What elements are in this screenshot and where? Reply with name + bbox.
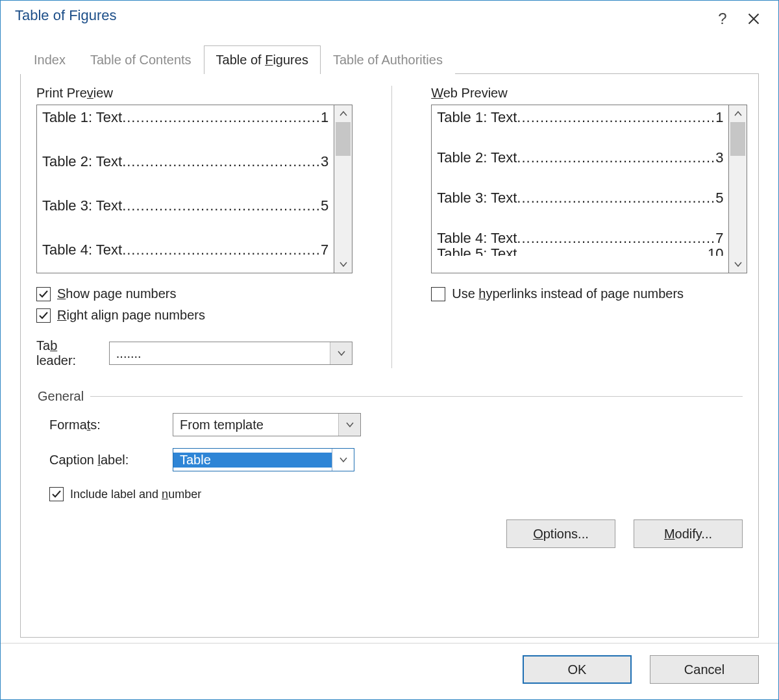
preview-line: Table 3: Text ..........................… <box>42 197 328 214</box>
general-legend: General <box>36 389 90 404</box>
checkbox-icon <box>36 287 51 301</box>
print-preview-col: Print Preview Table 1: Text ............… <box>36 86 352 368</box>
preview-line: Table 3: Text ..........................… <box>437 190 723 206</box>
print-preview-scrollbar[interactable] <box>334 105 352 273</box>
show-page-numbers-checkbox[interactable]: Show page numbers <box>36 286 352 301</box>
web-options: Use hyperlinks instead of page numbers <box>431 286 747 301</box>
formats-label: Formats: <box>49 418 160 432</box>
tab-table-of-figures[interactable]: Table of Figures <box>204 45 321 74</box>
ok-button[interactable]: OK <box>523 655 632 684</box>
chevron-down-icon <box>332 449 354 471</box>
web-preview-col: Web Preview Table 1: Text ..............… <box>431 86 747 368</box>
checkbox-icon <box>36 308 51 323</box>
use-hyperlinks-checkbox[interactable]: Use hyperlinks instead of page numbers <box>431 286 747 301</box>
preview-line: Table 2: Text ..........................… <box>42 153 328 170</box>
preview-line-peek: Table 5: Text ..........................… <box>437 247 723 256</box>
web-preview-label: Web Preview <box>431 86 747 101</box>
checkbox-icon <box>49 487 64 501</box>
caption-label-select[interactable]: Table <box>173 448 354 471</box>
titlebar: Table of Figures ? <box>1 1 778 45</box>
dialog-content: Index Table of Contents Table of Figures… <box>1 45 778 643</box>
scroll-down-icon[interactable] <box>729 256 747 273</box>
print-preview-label: Print Preview <box>36 86 352 101</box>
help-icon[interactable]: ? <box>707 7 738 31</box>
modify-button[interactable]: Modify... <box>634 519 743 548</box>
dialog-window: Table of Figures ? Index Table of Conten… <box>0 0 779 700</box>
preview-line: Table 2: Text ..........................… <box>437 149 723 166</box>
web-preview-box-wrap: Table 1: Text ..........................… <box>431 105 747 273</box>
tab-table-of-authorities[interactable]: Table of Authorities <box>321 45 455 74</box>
dialog-buttons: OK Cancel <box>1 643 778 699</box>
web-preview-scrollbar[interactable] <box>729 105 747 273</box>
formats-row: Formats: From template <box>49 413 743 436</box>
formats-select[interactable]: From template <box>173 413 361 436</box>
print-preview-box-wrap: Table 1: Text ..........................… <box>36 105 352 273</box>
preview-line: Table 1: Text ..........................… <box>42 109 328 126</box>
tab-table-of-contents[interactable]: Table of Contents <box>78 45 204 74</box>
right-align-page-numbers-checkbox[interactable]: Right align page numbers <box>36 308 352 323</box>
caption-label-label: Caption label: <box>49 453 160 468</box>
close-icon[interactable] <box>738 7 769 31</box>
preview-line: Table 1: Text ..........................… <box>437 109 723 126</box>
vertical-divider <box>391 86 392 368</box>
chevron-down-icon <box>330 342 352 364</box>
preview-line: Table 4: Text ..........................… <box>42 242 328 258</box>
general-group: General Formats: From template <box>36 389 743 501</box>
scroll-up-icon[interactable] <box>729 105 747 122</box>
print-preview-box[interactable]: Table 1: Text ..........................… <box>36 105 334 273</box>
caption-label-row: Caption label: Table <box>49 448 743 471</box>
chevron-down-icon <box>338 414 360 436</box>
scroll-down-icon[interactable] <box>334 256 352 273</box>
checkbox-icon <box>431 287 445 301</box>
tab-leader-label: Tab leader: <box>36 338 100 368</box>
options-button[interactable]: Options... <box>506 519 615 548</box>
print-options: Show page numbers Right align page numbe… <box>36 286 352 368</box>
tab-leader-row: Tab leader: ....... <box>36 338 352 368</box>
panel-buttons: Options... Modify... <box>36 519 743 548</box>
include-label-and-number-checkbox[interactable]: Include label and number <box>49 487 743 501</box>
tabstrip: Index Table of Contents Table of Figures… <box>21 45 759 74</box>
cancel-button[interactable]: Cancel <box>650 655 759 684</box>
preview-line: Table 4: Text ..........................… <box>437 230 723 247</box>
tab-leader-select[interactable]: ....... <box>109 342 352 365</box>
scroll-up-icon[interactable] <box>334 105 352 122</box>
tab-panel: Print Preview Table 1: Text ............… <box>20 74 759 638</box>
web-preview-box[interactable]: Table 1: Text ..........................… <box>431 105 729 273</box>
previews-row: Print Preview Table 1: Text ............… <box>36 86 743 368</box>
window-title: Table of Figures <box>15 7 707 24</box>
tab-index[interactable]: Index <box>21 45 78 74</box>
